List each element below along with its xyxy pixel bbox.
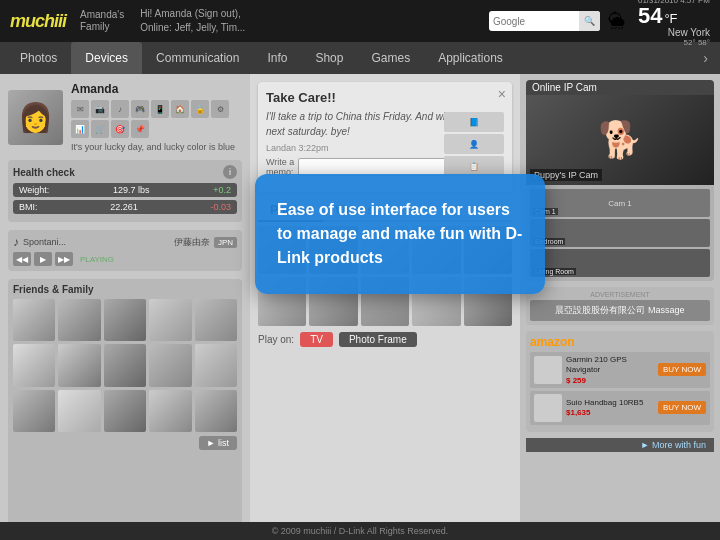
nav-bar: Photos Devices Communication Info Shop G… <box>0 42 720 74</box>
weight-item: Weight: 129.7 lbs +0.2 <box>13 183 237 197</box>
family-name-line2: Family <box>80 21 124 33</box>
footer: © 2009 muchiii / D-Link All Rights Reser… <box>0 522 720 540</box>
nav-item-devices[interactable]: Devices <box>71 42 142 74</box>
bmi-row: BMI: 22.261 -0.03 <box>13 200 237 214</box>
friend-avatar-5[interactable] <box>195 299 237 341</box>
weather-unit: °F <box>664 11 677 26</box>
msg-side-item-1[interactable]: 📘 <box>444 112 504 132</box>
friends-title: Friends & Family <box>13 284 94 295</box>
music-title: Spontani... <box>23 237 170 247</box>
tooltip-text: Ease of use interface for users to manag… <box>277 198 523 270</box>
top-bar: muchiii Amanda's Family Hi! Amanda (Sign… <box>0 0 720 42</box>
profile-icon-mail[interactable]: ✉ <box>71 100 89 118</box>
message-close-icon[interactable]: × <box>498 86 506 102</box>
profile-icon-camera[interactable]: 📷 <box>91 100 109 118</box>
profile-section: 👩 Amanda ✉ 📷 ♪ 🎮 📱 🏠 🔒 ⚙ 📊 🛒 🎯 📌 <box>8 82 242 152</box>
friends-section: Friends & Family ► list <box>8 279 242 532</box>
friend-avatar-13[interactable] <box>104 390 146 432</box>
weather-widget: 🌦 01/31/2010 4:57 PM 54 °F New York 52° … <box>608 0 710 47</box>
music-prev-button[interactable]: ◀◀ <box>13 252 31 266</box>
left-sidebar: 👩 Amanda ✉ 📷 ♪ 🎮 📱 🏠 🔒 ⚙ 📊 🛒 🎯 📌 <box>0 74 250 540</box>
profile-status: It's your lucky day, and lucky color is … <box>71 142 242 152</box>
nav-item-applications[interactable]: Applications <box>424 42 517 74</box>
play-tv-button[interactable]: TV <box>300 332 333 347</box>
family-name-line1: Amanda's <box>80 9 124 21</box>
nav-arrow[interactable]: › <box>697 50 714 66</box>
amazon-section: amazon Garmin 210 GPS Navigator $ 259 BU… <box>526 331 714 432</box>
profile-icon-pin[interactable]: 📌 <box>131 120 149 138</box>
weather-icon: 🌦 <box>608 11 626 32</box>
play-bar: Play on: TV Photo Frame <box>258 332 512 347</box>
profile-icons: ✉ 📷 ♪ 🎮 📱 🏠 🔒 ⚙ 📊 🛒 🎯 📌 <box>71 100 242 138</box>
see-all-button[interactable]: ► list <box>199 436 237 450</box>
music-play-button[interactable]: ▶ <box>34 252 52 266</box>
product-thumb-1 <box>534 356 562 384</box>
product-row-2: Suio Handbag 10RB5 $1,635 BUY NOW <box>530 391 710 425</box>
music-artist: 伊藤由奈 <box>174 236 210 249</box>
nav-item-info[interactable]: Info <box>253 42 301 74</box>
profile-icon-settings[interactable]: ⚙ <box>211 100 229 118</box>
msg-side-item-2[interactable]: 👤 <box>444 134 504 154</box>
profile-icon-music[interactable]: ♪ <box>111 100 129 118</box>
product-thumb-2 <box>534 394 562 422</box>
friend-avatar-11[interactable] <box>13 390 55 432</box>
friend-avatar-1[interactable] <box>13 299 55 341</box>
message-title: Take Care!! <box>266 90 504 105</box>
music-next-button[interactable]: ▶▶ <box>55 252 73 266</box>
ipcam-thumb-2[interactable]: Bedroom <box>530 219 710 247</box>
play-photoframe-button[interactable]: Photo Frame <box>339 332 417 347</box>
ipcam-thumb-3[interactable]: Living Room <box>530 249 710 277</box>
search-input[interactable] <box>489 16 579 27</box>
ipcam-thumb-1-label: Cam 1 <box>608 199 632 208</box>
music-controls: ◀◀ ▶ ▶▶ PLAYING <box>13 252 237 266</box>
profile-name: Amanda <box>71 82 242 96</box>
play-on-label: Play on: <box>258 334 294 345</box>
nav-item-games[interactable]: Games <box>357 42 424 74</box>
nav-item-communication[interactable]: Communication <box>142 42 253 74</box>
profile-icon-target[interactable]: 🎯 <box>111 120 129 138</box>
bmi-item: BMI: 22.261 -0.03 <box>13 200 237 214</box>
music-note-icon: ♪ <box>13 235 19 249</box>
health-title: Health check <box>13 167 75 178</box>
profile-icon-lock[interactable]: 🔒 <box>191 100 209 118</box>
friend-avatar-7[interactable] <box>58 344 100 386</box>
friend-avatar-12[interactable] <box>58 390 100 432</box>
friend-avatar-4[interactable] <box>149 299 191 341</box>
profile-icon-game[interactable]: 🎮 <box>131 100 149 118</box>
search-bar[interactable]: 🔍 <box>489 11 600 31</box>
friend-avatar-10[interactable] <box>195 344 237 386</box>
friend-avatar-15[interactable] <box>195 390 237 432</box>
weather-range: 52° 58° <box>638 38 710 47</box>
more-bar[interactable]: ► More with fun <box>526 438 714 452</box>
product-price-1: $ 259 <box>566 376 654 385</box>
profile-icon-chart[interactable]: 📊 <box>71 120 89 138</box>
ipcam-main: 🐕 Puppy's IP Cam <box>526 95 714 185</box>
ipcam-section: Online IP Cam 🐕 Puppy's IP Cam Cam 1 Cam… <box>526 80 714 281</box>
buy-button-2[interactable]: BUY NOW <box>658 401 706 414</box>
friend-avatar-8[interactable] <box>104 344 146 386</box>
ad-content: 晨亞設股股份有限公司 Massage <box>530 300 710 321</box>
profile-icon-home[interactable]: 🏠 <box>171 100 189 118</box>
profile-icon-phone[interactable]: 📱 <box>151 100 169 118</box>
friend-avatar-9[interactable] <box>149 344 191 386</box>
nav-item-shop[interactable]: Shop <box>301 42 357 74</box>
profile-icon-cart[interactable]: 🛒 <box>91 120 109 138</box>
ipcam-thumb-1[interactable]: Cam 1 Cam 1 <box>530 189 710 217</box>
nav-item-photos[interactable]: Photos <box>6 42 71 74</box>
ad-text: 晨亞設股股份有限公司 Massage <box>534 304 706 317</box>
friend-avatar-2[interactable] <box>58 299 100 341</box>
center-content: × Take Care!! I'll take a trip to China … <box>250 74 520 540</box>
health-info-icon[interactable]: i <box>223 165 237 179</box>
search-button[interactable]: 🔍 <box>579 11 600 31</box>
friends-grid <box>13 299 237 432</box>
buy-button-1[interactable]: BUY NOW <box>658 363 706 376</box>
friend-avatar-3[interactable] <box>104 299 146 341</box>
friend-avatar-6[interactable] <box>13 344 55 386</box>
tooltip-overlay: Ease of use interface for users to manag… <box>255 174 545 294</box>
health-row: Weight: 129.7 lbs +0.2 <box>13 183 237 197</box>
friend-avatar-14[interactable] <box>149 390 191 432</box>
greeting-text: Hi! Amanda (Sign out), Online: Jeff, Jel… <box>140 7 481 35</box>
msg-side-item-3[interactable]: 📋 <box>444 156 504 176</box>
music-section: ♪ Spontani... 伊藤由奈 JPN ◀◀ ▶ ▶▶ PLAYING <box>8 230 242 271</box>
amazon-logo: amazon <box>530 335 710 349</box>
